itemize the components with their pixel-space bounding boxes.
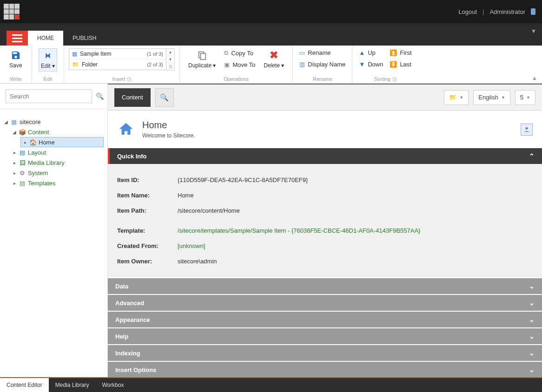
edit-button[interactable]: Edit ▾ <box>39 48 57 72</box>
insert-scroll-up-icon[interactable]: ▲ <box>166 49 174 56</box>
chevron-down-icon: ⌄ <box>529 349 535 357</box>
ribbon-expand-icon[interactable]: ▲ <box>532 75 537 81</box>
user-name[interactable]: Administrator <box>489 8 525 15</box>
bottom-tab-workbox[interactable]: Workbox <box>95 378 130 392</box>
copy-to-label: Copy To <box>231 50 253 57</box>
language-selector[interactable]: English ▼ <box>473 90 510 105</box>
chevron-down-icon: ⌄ <box>529 366 535 373</box>
popout-icon[interactable]: ◲ <box>392 77 397 82</box>
edit-icon <box>43 51 53 61</box>
chevron-down-icon: ⌄ <box>529 282 535 290</box>
qi-value-item-id[interactable]: {110D559F-DEA5-42EA-9C1C-8A5DF7E70EF9} <box>178 176 308 183</box>
version-selector[interactable]: 5 ▼ <box>515 90 535 105</box>
group-label-rename: Rename <box>299 75 345 82</box>
sitecore-logo[interactable] <box>0 0 23 23</box>
sort-up-label: Up <box>368 49 376 56</box>
lock-owner-avatar[interactable] <box>521 124 533 136</box>
quick-info-row: Created From: [unknown] <box>117 238 533 254</box>
content-search-button[interactable]: 🔍 <box>155 88 174 107</box>
rename-label: Rename <box>308 49 330 56</box>
display-name-button[interactable]: ▥ Display Name <box>299 60 345 69</box>
section-title: Indexing <box>115 350 140 357</box>
sort-first-label: First <box>400 49 411 56</box>
insert-option-sample-item[interactable]: ▦ Sample Item (1 of 3) <box>69 49 166 59</box>
tree-toggle-icon[interactable]: ◢ <box>12 130 17 135</box>
user-avatar-icon <box>531 8 535 15</box>
rename-button[interactable]: ▭ Rename <box>299 48 345 57</box>
tree-node-home[interactable]: ▸ 🏠 Home <box>20 137 104 147</box>
search-input[interactable] <box>6 89 92 103</box>
section-quick-info[interactable]: Quick Info ⌃ <box>108 148 542 164</box>
ribbon-collapse-icon[interactable]: ▼ <box>531 28 536 34</box>
duplicate-button[interactable]: Duplicate ▾ <box>186 48 218 71</box>
tree-toggle-icon[interactable]: ▸ <box>12 150 17 155</box>
chevron-down-icon: ⌄ <box>529 299 535 307</box>
duplicate-label: Duplicate ▾ <box>188 62 216 69</box>
tree-node-content[interactable]: ◢ 📦 Content <box>12 127 104 137</box>
database-icon: ▦ <box>10 118 18 125</box>
last-icon: ⏬ <box>390 61 397 68</box>
qi-value-template[interactable]: /sitecore/templates/Sample/Sample Item -… <box>178 227 420 234</box>
tab-publish[interactable]: PUBLISH <box>63 31 106 46</box>
tab-home[interactable]: HOME <box>28 31 63 46</box>
qi-value-item-path[interactable]: /sitecore/content/Home <box>178 207 240 214</box>
qi-value-item-name[interactable]: Home <box>178 192 194 199</box>
save-icon <box>11 50 21 60</box>
tree-toggle-icon[interactable]: ▸ <box>12 181 17 186</box>
duplicate-icon <box>197 50 207 60</box>
tree-label: Templates <box>28 180 55 187</box>
tree-toggle-icon[interactable]: ◢ <box>4 119 8 124</box>
section-title: Insert Options <box>115 366 156 373</box>
sort-down-label: Down <box>368 61 383 68</box>
tree-node-templates[interactable]: ▸ ▧ Templates <box>12 178 104 188</box>
tree-toggle-icon[interactable]: ▸ <box>12 160 17 165</box>
qi-value-created-from[interactable]: [unknown] <box>178 242 205 249</box>
save-button[interactable]: Save <box>7 48 25 71</box>
move-to-button[interactable]: ▣ Move To <box>224 60 255 69</box>
tree-toggle-icon[interactable]: ▸ <box>23 140 27 145</box>
section-data[interactable]: Data ⌄ <box>108 278 542 294</box>
tree-node-system[interactable]: ▸ ⚙ System <box>12 168 104 178</box>
logout-link[interactable]: Logout <box>458 8 477 15</box>
insert-item-count: (1 of 3) <box>147 51 163 57</box>
qi-value-item-owner[interactable]: sitecore\admin <box>178 258 217 265</box>
first-icon: ⏫ <box>390 49 397 56</box>
tree-toggle-icon[interactable]: ▸ <box>12 170 17 176</box>
version-label: 5 <box>520 94 523 101</box>
sort-up-button[interactable]: ▲ Up <box>359 48 383 57</box>
tree-label: Layout <box>28 149 46 156</box>
insert-option-folder[interactable]: 📁 Folder (2 of 3) <box>69 59 166 70</box>
search-icon[interactable]: 🔍 <box>96 92 104 100</box>
document-icon: ▦ <box>72 51 77 57</box>
ribbon-group-insert: ▦ Sample Item (1 of 3) 📁 Folder (2 of 3)… <box>64 46 180 83</box>
section-help[interactable]: Help ⌄ <box>108 328 542 344</box>
group-label-insert: Insert◲ <box>69 75 175 82</box>
sort-first-button[interactable]: ⏫ First <box>390 48 411 57</box>
sort-last-button[interactable]: ⏬ Last <box>390 60 411 69</box>
delete-button[interactable]: ✖ Delete ▾ <box>262 48 286 71</box>
content-scroll-area[interactable]: Home Welcome to Sitecore. Quick Info ⌃ I… <box>108 111 542 377</box>
navigate-button[interactable]: 📁 ▼ <box>444 90 469 105</box>
chevron-up-icon: ⌃ <box>529 152 535 160</box>
hamburger-menu-button[interactable] <box>7 31 28 46</box>
bottom-tab-content-editor[interactable]: Content Editor <box>0 378 49 392</box>
content-tab[interactable]: Content <box>114 88 151 107</box>
section-indexing[interactable]: Indexing ⌄ <box>108 345 542 361</box>
copy-to-button[interactable]: ⧉ Copy To <box>224 48 255 58</box>
ribbon-group-operations: Duplicate ▾ ⧉ Copy To ▣ Move To ✖ Delete… <box>180 46 293 83</box>
section-appearance[interactable]: Appearance ⌄ <box>108 312 542 327</box>
edit-label: Edit ▾ <box>41 63 55 69</box>
group-label-write: Write <box>7 75 25 82</box>
insert-scroll-arrows: ▲ ▼ ☰ <box>166 48 175 71</box>
tree-node-sitecore[interactable]: ◢ ▦ sitecore <box>4 117 104 127</box>
tree-node-media-library[interactable]: ▸ 🖼 Media Library <box>12 157 104 168</box>
popout-icon[interactable]: ◲ <box>127 77 131 82</box>
bottom-tab-media-library[interactable]: Media Library <box>49 378 96 392</box>
section-advanced[interactable]: Advanced ⌄ <box>108 295 542 311</box>
section-insert-options[interactable]: Insert Options ⌄ <box>108 362 542 377</box>
language-label: English <box>478 94 498 101</box>
insert-dropdown-icon[interactable]: ☰ <box>166 63 174 70</box>
tree-node-layout[interactable]: ▸ ▤ Layout <box>12 147 104 157</box>
sort-down-button[interactable]: ▼ Down <box>359 60 383 69</box>
insert-scroll-down-icon[interactable]: ▼ <box>166 56 174 64</box>
